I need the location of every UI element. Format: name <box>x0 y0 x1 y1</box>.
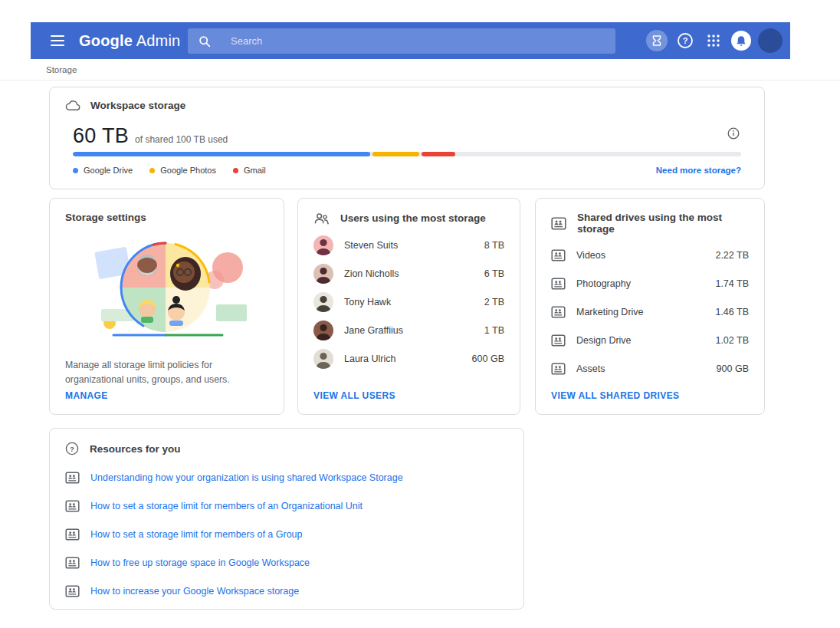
resource-link[interactable]: How to increase your Google Workspace st… <box>90 586 299 597</box>
resources-title: Resources for you <box>90 443 181 455</box>
top-shared-drives-title: Shared drives using the most storage <box>577 212 749 235</box>
shared-drive-row: Videos 2.22 TB <box>551 241 749 269</box>
user-avatar <box>313 235 333 255</box>
storage-settings-illustration <box>80 234 254 350</box>
shared-drive-row: Photography 1.74 TB <box>551 269 749 298</box>
resource-link-row[interactable]: How to set a storage limit for members o… <box>65 492 508 520</box>
svg-text:?: ? <box>70 445 74 453</box>
article-icon <box>65 585 80 597</box>
resource-link-row[interactable]: How to free up storage space in Google W… <box>65 548 508 577</box>
legend-item-gmail: Gmail <box>233 166 266 175</box>
manage-button[interactable]: MANAGE <box>65 390 108 401</box>
user-row: Steven Suits 8 TB <box>313 231 504 259</box>
article-icon <box>65 528 80 541</box>
header-divider <box>0 80 840 81</box>
shared-drive-row: Assets 900 GB <box>551 354 749 383</box>
account-avatar[interactable] <box>758 28 783 53</box>
search-input[interactable]: Search <box>188 28 615 54</box>
svg-text:?: ? <box>683 36 688 45</box>
resource-link[interactable]: How to set a storage limit for members o… <box>90 501 363 511</box>
search-placeholder: Search <box>231 35 262 47</box>
shared-drive-icon <box>551 249 566 261</box>
user-avatar <box>313 321 333 340</box>
top-shared-drives-card: Shared drives using the most storage Vid… <box>535 198 765 415</box>
breadcrumb: Storage <box>46 65 77 74</box>
resource-link[interactable]: How to free up storage space in Google W… <box>90 557 310 568</box>
storage-usage-bar <box>73 152 741 156</box>
user-avatar <box>313 264 333 284</box>
top-users-title: Users using the most storage <box>340 212 486 224</box>
resource-link[interactable]: How to set a storage limit for members o… <box>90 529 303 540</box>
storage-used-value: 60 TB <box>73 124 129 148</box>
storage-settings-description: Manage all storage limit policies for or… <box>65 358 268 387</box>
resource-link-row[interactable]: Understanding how your organization is u… <box>65 463 508 492</box>
shared-drive-icon <box>551 278 566 290</box>
shared-drive-icon <box>551 306 566 318</box>
menu-icon[interactable] <box>42 25 73 56</box>
storage-bar-segment-photos <box>372 152 419 156</box>
user-avatar <box>313 292 333 312</box>
apps-grid-icon[interactable] <box>703 30 724 51</box>
user-row: Tony Hawk 2 TB <box>313 288 504 316</box>
view-all-shared-drives-link[interactable]: VIEW ALL SHARED DRIVES <box>551 390 679 401</box>
need-more-storage-link[interactable]: Need more storage? <box>656 166 741 175</box>
resource-link[interactable]: Understanding how your organization is u… <box>90 472 403 483</box>
user-avatar <box>313 349 333 369</box>
app-bar: Google Admin Search ? <box>31 22 790 59</box>
storage-bar-segment-gmail <box>422 152 455 156</box>
workspace-storage-card: Workspace storage 60 TB of shared 100 TB… <box>49 87 765 189</box>
help-circle-icon: ? <box>65 442 79 455</box>
app-bar-actions: ? <box>646 22 783 59</box>
resource-link-row[interactable]: How to increase your Google Workspace st… <box>65 577 508 605</box>
photos-dot-icon <box>149 168 155 173</box>
shared-drive-icon <box>551 217 566 230</box>
storage-used-caption: of shared 100 TB used <box>135 134 228 145</box>
gmail-dot-icon <box>233 168 238 173</box>
storage-legend: Google Drive Google Photos Gmail Need mo… <box>73 166 741 175</box>
user-row: Laura Ulrich 600 GB <box>313 344 504 373</box>
storage-settings-title: Storage settings <box>65 212 146 223</box>
shared-drive-row: Marketing Drive 1.46 TB <box>551 298 749 326</box>
storage-settings-card: Storage settings <box>49 198 284 415</box>
help-icon[interactable]: ? <box>674 30 696 51</box>
shared-drive-icon <box>551 363 566 375</box>
legend-item-photos: Google Photos <box>149 166 216 175</box>
search-icon <box>199 35 211 48</box>
pending-tasks-icon[interactable] <box>646 30 668 51</box>
resources-card: ? Resources for you Understanding how yo… <box>49 428 524 610</box>
cloud-icon <box>65 99 80 111</box>
resource-link-row[interactable]: How to set a storage limit for members o… <box>65 520 508 548</box>
article-icon <box>65 500 80 512</box>
article-icon <box>65 557 80 569</box>
shared-drive-row: Design Drive 1.02 TB <box>551 326 749 354</box>
shared-drive-icon <box>551 334 566 347</box>
view-all-users-link[interactable]: VIEW ALL USERS <box>313 390 395 401</box>
drive-dot-icon <box>73 168 78 173</box>
admin-storage-page: Google Admin Search ? Storage <box>0 0 840 628</box>
user-row: Zion Nicholls 6 TB <box>313 259 504 288</box>
storage-bar-segment-drive <box>73 152 370 156</box>
product-logo: Google Admin <box>79 32 180 50</box>
workspace-storage-title: Workspace storage <box>90 100 185 111</box>
user-row: Jane Graffiius 1 TB <box>313 316 504 344</box>
notifications-icon[interactable] <box>731 31 751 51</box>
users-group-icon <box>313 212 330 225</box>
top-users-card: Users using the most storage Steven Suit… <box>297 198 520 415</box>
legend-item-drive: Google Drive <box>73 166 133 175</box>
article-icon <box>65 472 80 484</box>
info-icon[interactable] <box>727 127 740 143</box>
